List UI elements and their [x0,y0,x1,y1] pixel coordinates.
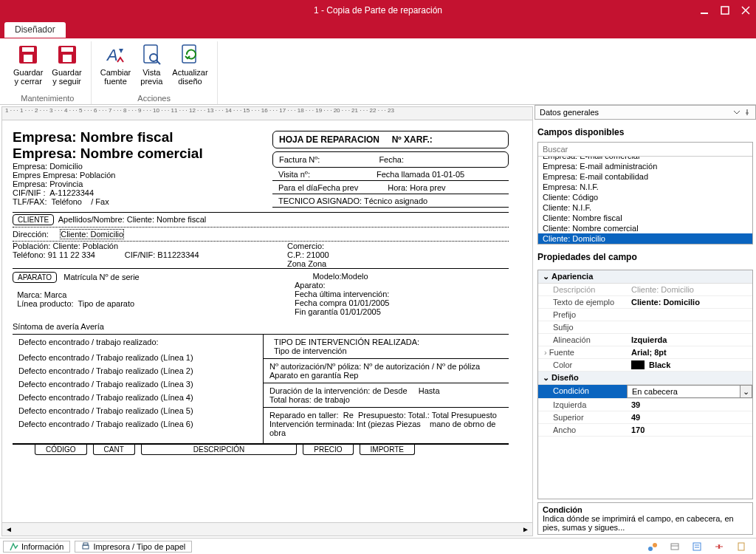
status-icon[interactable] [669,541,681,553]
field-list-item[interactable]: Empresa: E-mail contabilidad [538,171,752,182]
visit-row: Visita nº:Fecha llamada 01-01-05 [272,168,509,181]
svg-rect-21 [693,543,701,550]
status-icon[interactable] [713,541,725,553]
ruler-horizontal: 1 · · · 1 · · · 2 · · · 3 · · · 4 · · · … [2,107,532,120]
info-button[interactable]: Información [3,541,70,553]
save-and-continue-button[interactable]: Guardar y seguir [47,41,86,87]
client-section-label: CLIENTE [13,214,54,225]
maximize-button[interactable] [715,0,735,21]
property-grid[interactable]: ⌄Apariencia DescripciónCliente: Domicili… [537,270,753,499]
tab-strip: Diseñador [0,21,756,38]
repair-sheet-header: HOJA DE REPARACION Nº XARF.: [272,131,509,148]
field-list-item[interactable]: Cliente: Nombre fiscal [538,213,752,223]
preview-button[interactable]: Vista previa [135,41,168,87]
field-list-item[interactable]: Cliente: Código [538,192,752,202]
svg-rect-5 [22,47,34,52]
fields-title: Campos disponibles [535,120,756,142]
properties-panel: Datos generales Campos disponibles Empre… [535,105,756,538]
save-and-close-button[interactable]: Guardar y cerrar [9,41,47,87]
svg-rect-27 [738,543,744,550]
tab-designer[interactable]: Diseñador [4,22,66,38]
company-province: Empresa: Provincia [13,179,260,188]
property-condicion[interactable]: CondiciónEn cabecera⌄ [538,385,752,399]
svg-text:A: A [106,46,118,64]
svg-rect-15 [83,545,89,549]
ribbon-group-label: Acciones [137,92,171,104]
close-button[interactable] [735,0,756,21]
window-title: 1 - Copia de Parte de reparación [314,5,442,16]
horizontal-scrollbar[interactable]: ◄► [2,522,532,536]
panel-header[interactable]: Datos generales [535,105,756,120]
svg-rect-14 [182,45,196,63]
invoice-box: Factura Nº:Fecha: [272,151,509,168]
field-list-item[interactable]: Empresa: N.I.F. [538,182,752,192]
pin-icon[interactable] [743,109,751,116]
status-icon[interactable] [691,541,703,553]
title-bar: 1 - Copia de Parte de reparación [0,0,756,21]
dropdown-icon[interactable]: ⌄ [740,386,752,397]
status-icon[interactable] [647,541,659,553]
collapse-icon[interactable]: ⌄ [543,373,551,383]
selected-field-cliente-domicilio[interactable]: Cliente: Domicilio [60,229,124,239]
dropdown-icon[interactable] [733,109,740,116]
design-canvas[interactable]: 1 · · · 1 · · · 2 · · · 3 · · · 4 · · · … [1,106,533,536]
refresh-design-button[interactable]: Actualizar diseño [168,41,212,87]
field-list-item[interactable]: Cliente: Nombre comercial [538,223,752,233]
company-commercial-name: Empresa: Nombre comercial [13,146,260,162]
status-bar: Información Impresora / Tipo de papel [0,538,756,554]
printer-button[interactable]: Impresora / Tipo de papel [75,541,192,553]
property-help: Condición Indica dónde se imprimirá el c… [537,502,753,535]
minimize-button[interactable] [694,0,715,21]
svg-rect-19 [671,544,678,550]
device-section-label: APARATO [13,272,57,283]
svg-rect-9 [63,55,72,62]
ribbon-group-label: Mantenimiento [21,92,74,104]
svg-rect-1 [721,7,729,14]
ribbon: Guardar y cerrar Guardar y seguir Manten… [0,38,756,105]
fields-list[interactable]: Empresa: E-mail comercialEmpresa: E-mail… [538,157,752,244]
expand-icon[interactable]: › [544,348,547,357]
svg-point-17 [648,547,653,551]
field-search-input[interactable] [538,143,752,157]
svg-rect-6 [24,55,32,62]
props-title: Propiedades del campo [535,244,756,267]
table-column-headers: CÓDIGO CANT DESCRIPCIÓN PRECIO IMPORTE [13,444,509,455]
company-address: Empresa: Domicilio [13,162,260,171]
field-list-item[interactable]: Cliente: Domicilio [538,233,752,244]
color-swatch [631,360,645,369]
company-fiscal-name: Empresa: Nombre fiscal [13,129,260,146]
svg-rect-8 [61,47,73,52]
company-town: Empres Empresa: Población [13,171,260,179]
collapse-icon[interactable]: ⌄ [543,272,551,281]
change-font-button[interactable]: A Cambiar fuente [96,41,136,87]
field-list-item[interactable]: Cliente: N.I.F. [538,202,752,213]
svg-point-18 [653,543,657,547]
status-icon[interactable] [735,541,747,553]
field-list-item[interactable]: Empresa: E-mail administración [538,161,752,171]
svg-rect-16 [83,543,88,545]
